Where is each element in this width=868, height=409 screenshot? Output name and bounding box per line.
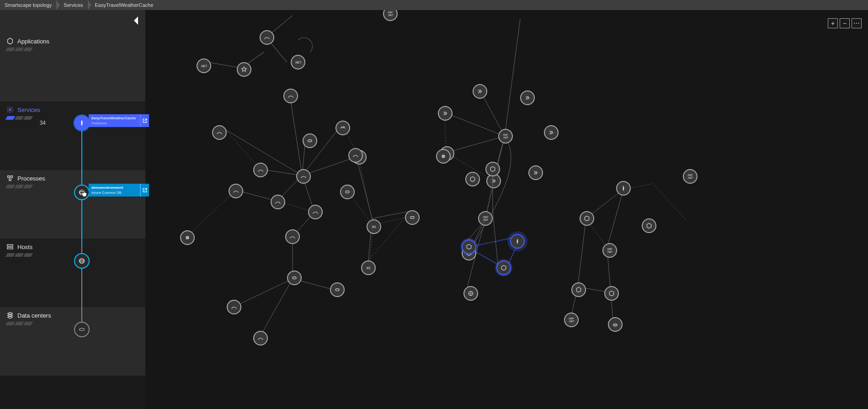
collapse-sidebar-icon[interactable] xyxy=(134,16,138,25)
card-subtitle: Azure Cosmos DB xyxy=(91,191,137,195)
svg-rect-4 xyxy=(7,244,13,246)
topology-node[interactable] xyxy=(580,211,594,226)
svg-point-42 xyxy=(410,217,414,219)
topology-node[interactable] xyxy=(465,172,480,186)
layer-header-hosts: Hosts xyxy=(0,239,145,251)
topology-node[interactable]: IIS xyxy=(367,219,381,234)
zoom-in-button[interactable]: + xyxy=(828,18,838,28)
layer-services[interactable]: Services 34 xyxy=(0,101,145,170)
topology-node[interactable] xyxy=(287,271,302,285)
svg-rect-5 xyxy=(7,247,13,249)
breadcrumb-item-root[interactable]: Smartscape topology xyxy=(0,0,56,10)
topology-node[interactable] xyxy=(608,317,623,332)
topology-node[interactable] xyxy=(438,106,453,121)
topology-node-hub[interactable]: ASP.NET xyxy=(498,129,513,143)
topology-node-related[interactable] xyxy=(462,239,476,254)
topology-node[interactable] xyxy=(436,149,451,164)
card-subtitle: Database xyxy=(91,121,137,125)
open-external-icon[interactable] xyxy=(141,114,149,127)
topology-node[interactable] xyxy=(544,125,559,140)
topology-node[interactable] xyxy=(308,205,323,219)
layer-hosts[interactable]: Hosts xyxy=(0,239,145,307)
topology-node[interactable] xyxy=(237,62,251,77)
svg-line-59 xyxy=(607,189,623,248)
svg-point-8 xyxy=(80,259,85,264)
svg-line-32 xyxy=(186,190,236,237)
topology-node[interactable]: IIS xyxy=(361,260,376,275)
topology-node[interactable] xyxy=(296,169,311,184)
axis-node-process[interactable] xyxy=(74,185,90,200)
topology-node[interactable] xyxy=(227,300,241,314)
svg-line-38 xyxy=(356,154,372,218)
health-bar-services xyxy=(5,116,33,120)
zoom-out-button[interactable]: − xyxy=(840,18,850,28)
topology-node[interactable] xyxy=(642,218,656,233)
axis-node-datacenter[interactable] xyxy=(74,322,90,337)
graph-edge-self-loop xyxy=(295,37,313,55)
card-process[interactable]: demoenvironment Azure Cosmos DB xyxy=(89,184,141,197)
topology-node[interactable] xyxy=(260,30,274,45)
topology-node[interactable] xyxy=(520,90,535,105)
svg-line-43 xyxy=(444,112,505,136)
topology-canvas[interactable]: + − ⋯ .NET .NET xyxy=(145,10,868,409)
topology-node[interactable] xyxy=(303,133,317,148)
topology-node[interactable] xyxy=(271,195,285,209)
open-external-icon[interactable] xyxy=(141,184,149,197)
topology-node[interactable] xyxy=(616,181,631,196)
svg-line-15 xyxy=(302,124,342,175)
topology-node[interactable]: ASP.NET xyxy=(683,169,698,184)
topology-node[interactable]: ASP.NET xyxy=(602,243,617,258)
svg-rect-1 xyxy=(8,176,10,178)
svg-line-57 xyxy=(493,212,498,268)
svg-point-7 xyxy=(80,191,85,193)
zoom-controls: + − ⋯ xyxy=(828,18,862,28)
topology-node[interactable] xyxy=(285,229,300,244)
layer-processes[interactable]: Processes xyxy=(0,170,145,239)
layer-datacenters[interactable]: Data centers xyxy=(0,307,145,376)
topology-node[interactable]: ASP.NET xyxy=(383,10,398,21)
topology-node[interactable] xyxy=(405,210,420,225)
sidebar-collapse-row xyxy=(0,10,145,33)
svg-rect-2 xyxy=(11,176,12,178)
topology-node[interactable] xyxy=(253,163,268,177)
topology-node-selected[interactable] xyxy=(510,234,525,249)
svg-line-22 xyxy=(233,279,293,307)
topology-node[interactable] xyxy=(180,230,195,245)
topology-node[interactable]: ASP.NET xyxy=(564,313,579,327)
topology-node[interactable] xyxy=(473,84,487,99)
svg-line-24 xyxy=(260,279,293,337)
topology-node[interactable] xyxy=(348,148,363,163)
topology-node[interactable] xyxy=(253,331,268,345)
topology-node[interactable] xyxy=(571,282,586,297)
svg-point-36 xyxy=(308,140,312,142)
more-options-button[interactable]: ⋯ xyxy=(852,18,862,28)
svg-point-9 xyxy=(80,260,85,262)
topology-node-related[interactable] xyxy=(496,260,511,275)
layer-label: Applications xyxy=(17,38,49,45)
topology-node[interactable] xyxy=(229,184,243,198)
axis-node-host[interactable] xyxy=(74,253,90,269)
topology-node[interactable] xyxy=(283,89,298,103)
svg-line-11 xyxy=(290,95,302,175)
svg-point-10 xyxy=(80,328,85,330)
datacenter-icon xyxy=(6,312,14,319)
breadcrumb-item-services[interactable]: Services xyxy=(59,0,87,10)
hexagon-icon xyxy=(6,37,14,45)
layer-applications[interactable]: Applications xyxy=(0,33,145,101)
topology-node[interactable] xyxy=(212,125,227,140)
topology-node[interactable]: .NET xyxy=(291,55,305,69)
topology-node[interactable] xyxy=(604,286,619,301)
topology-node[interactable] xyxy=(528,165,543,180)
svg-line-60 xyxy=(578,218,586,287)
topology-node[interactable]: .NET xyxy=(197,58,211,73)
svg-rect-3 xyxy=(9,179,11,181)
topology-node[interactable] xyxy=(485,162,500,176)
topology-node[interactable] xyxy=(463,286,478,301)
sidebar: Applications Services 34 Processes xyxy=(0,10,145,409)
topology-node[interactable] xyxy=(335,121,350,135)
health-bar-hosts xyxy=(5,253,33,257)
breadcrumb-item-current[interactable]: EasyTravelWeatherCache xyxy=(91,0,158,10)
axis-node-service[interactable] xyxy=(74,115,90,131)
layer-header-services: Services xyxy=(0,101,145,114)
card-selected-service[interactable]: EasyTravelWeatherCache Database xyxy=(89,114,141,127)
